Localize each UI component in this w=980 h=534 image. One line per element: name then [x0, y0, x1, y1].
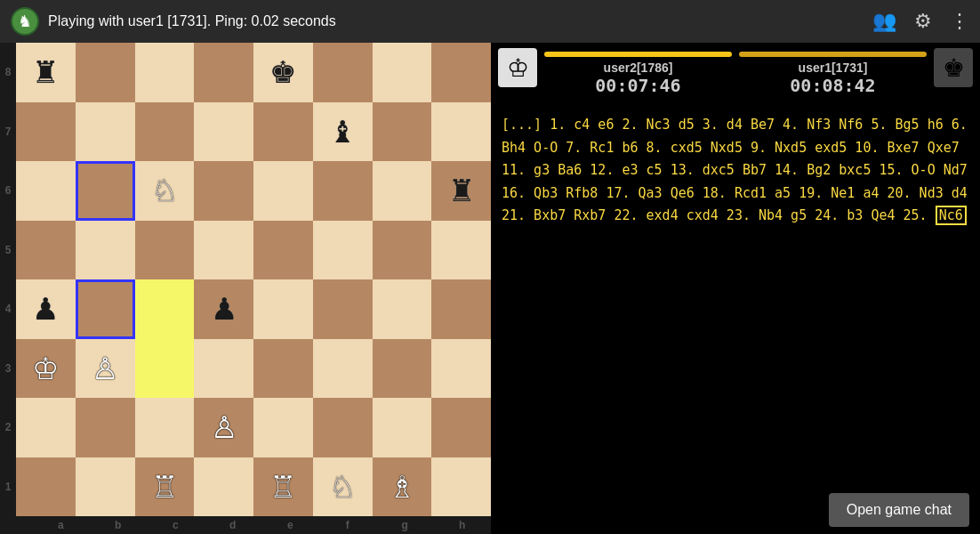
- board-wrapper: 8 7 6 5 4 3 2 1 ♜♚♝♘♜♟♟♔♙♙♖♖♘♗: [0, 43, 491, 516]
- avatar-white: ♔: [498, 48, 537, 87]
- cell-3-6[interactable]: [373, 221, 432, 280]
- move-history: [...] 1. c4 e6 2. Nc3 d5 3. d4 Be7 4. Nf…: [491, 105, 980, 486]
- cell-7-2[interactable]: ♖: [135, 457, 195, 517]
- cell-3-1[interactable]: [76, 221, 135, 280]
- player-right-timer-bar: [739, 52, 927, 57]
- file-b: b: [90, 516, 148, 534]
- cell-5-0[interactable]: ♔: [16, 339, 76, 399]
- cell-1-1[interactable]: [76, 102, 135, 162]
- cell-7-5[interactable]: ♘: [313, 457, 373, 517]
- cell-1-4[interactable]: [253, 102, 313, 162]
- cell-7-7[interactable]: [431, 457, 491, 517]
- cell-2-2[interactable]: ♘: [135, 161, 195, 221]
- cell-7-4[interactable]: ♖: [253, 457, 313, 517]
- cell-6-5[interactable]: [313, 398, 373, 457]
- cell-4-4[interactable]: [253, 279, 313, 339]
- cell-3-4[interactable]: [253, 221, 313, 280]
- cell-7-6[interactable]: ♗: [373, 457, 432, 517]
- cell-4-5[interactable]: [313, 279, 373, 339]
- cell-2-5[interactable]: [313, 161, 373, 221]
- cell-3-0[interactable]: [16, 221, 76, 280]
- rank-7: 7: [5, 125, 12, 138]
- cell-2-0[interactable]: [16, 161, 76, 221]
- cell-1-6[interactable]: [373, 102, 432, 162]
- cell-5-5[interactable]: [313, 339, 373, 399]
- cell-2-1[interactable]: [76, 161, 135, 221]
- game-title: Playing with user1 [1731]. Ping: 0.02 se…: [48, 13, 864, 29]
- piece: ♜: [448, 175, 475, 206]
- cell-0-2[interactable]: [135, 43, 195, 102]
- cell-0-6[interactable]: [373, 43, 432, 102]
- cell-2-7[interactable]: ♜: [431, 161, 491, 221]
- cell-3-2[interactable]: [135, 221, 195, 280]
- piece: ♘: [151, 175, 178, 206]
- players-icon[interactable]: 👥: [872, 10, 896, 33]
- cell-5-7[interactable]: [431, 339, 491, 399]
- file-h: h: [434, 516, 492, 534]
- cell-0-1[interactable]: [76, 43, 135, 102]
- cell-0-3[interactable]: [194, 43, 253, 102]
- rank-3: 3: [5, 362, 12, 375]
- piece: ♗: [389, 472, 415, 502]
- cell-7-0[interactable]: [16, 457, 76, 517]
- main-content: 8 7 6 5 4 3 2 1 ♜♚♝♘♜♟♟♔♙♙♖♖♘♗ a b c d e…: [0, 43, 980, 534]
- cell-4-2[interactable]: [135, 279, 195, 339]
- cell-1-3[interactable]: [194, 102, 253, 162]
- player-left-name: user2[1786]: [604, 61, 673, 75]
- cell-5-4[interactable]: [253, 339, 313, 399]
- cell-3-3[interactable]: [194, 221, 253, 280]
- cell-6-4[interactable]: [253, 398, 313, 457]
- player-right-name: user1[1731]: [799, 61, 868, 75]
- menu-icon[interactable]: ⋮: [950, 10, 969, 33]
- svg-text:♞: ♞: [18, 12, 32, 30]
- piece: ♔: [32, 353, 59, 384]
- piece: ♟: [211, 294, 237, 324]
- file-e: e: [261, 516, 319, 534]
- cell-4-6[interactable]: [373, 279, 432, 339]
- piece: ♙: [92, 353, 118, 384]
- cell-2-6[interactable]: [373, 161, 432, 221]
- cell-6-6[interactable]: [373, 398, 432, 457]
- player-right-time: 00:08:42: [790, 75, 875, 96]
- player-left-time: 00:07:46: [595, 75, 680, 96]
- cell-6-3[interactable]: ♙: [194, 398, 253, 457]
- cell-7-1[interactable]: [76, 457, 135, 517]
- cell-1-7[interactable]: [431, 102, 491, 162]
- file-d: d: [205, 516, 262, 534]
- cell-5-6[interactable]: [373, 339, 432, 399]
- settings-icon[interactable]: ⚙: [914, 10, 932, 33]
- cell-5-1[interactable]: ♙: [76, 339, 135, 399]
- cell-4-3[interactable]: ♟: [194, 279, 253, 339]
- cell-4-0[interactable]: ♟: [16, 279, 76, 339]
- cell-5-2[interactable]: [135, 339, 195, 399]
- open-game-chat-button[interactable]: Open game chat: [829, 493, 969, 527]
- cell-0-0[interactable]: ♜: [16, 43, 76, 102]
- cell-6-1[interactable]: [76, 398, 135, 457]
- piece: ♘: [329, 472, 356, 502]
- piece: ♟: [32, 294, 59, 324]
- cell-3-5[interactable]: [313, 221, 373, 280]
- cell-5-3[interactable]: [194, 339, 253, 399]
- cell-7-3[interactable]: [194, 457, 253, 517]
- cell-4-7[interactable]: [431, 279, 491, 339]
- file-labels: a b c d e f g h: [0, 516, 491, 534]
- player-right-section: user1[1731] 00:08:42: [739, 48, 927, 100]
- cell-6-7[interactable]: [431, 398, 491, 457]
- app-logo: ♞: [11, 7, 39, 36]
- piece: ♖: [151, 472, 178, 502]
- cell-6-0[interactable]: [16, 398, 76, 457]
- chess-board[interactable]: ♜♚♝♘♜♟♟♔♙♙♖♖♘♗: [16, 43, 491, 516]
- cell-3-7[interactable]: [431, 221, 491, 280]
- cell-1-5[interactable]: ♝: [313, 102, 373, 162]
- cell-2-3[interactable]: [194, 161, 253, 221]
- cell-1-2[interactable]: [135, 102, 195, 162]
- cell-1-0[interactable]: [16, 102, 76, 162]
- cell-0-7[interactable]: [431, 43, 491, 102]
- rank-5: 5: [5, 244, 12, 256]
- cell-6-2[interactable]: [135, 398, 195, 457]
- cell-0-4[interactable]: ♚: [253, 43, 313, 102]
- chess-board-container: 8 7 6 5 4 3 2 1 ♜♚♝♘♜♟♟♔♙♙♖♖♘♗ a b c d e…: [0, 43, 491, 534]
- cell-0-5[interactable]: [313, 43, 373, 102]
- cell-4-1[interactable]: [76, 279, 135, 339]
- cell-2-4[interactable]: [253, 161, 313, 221]
